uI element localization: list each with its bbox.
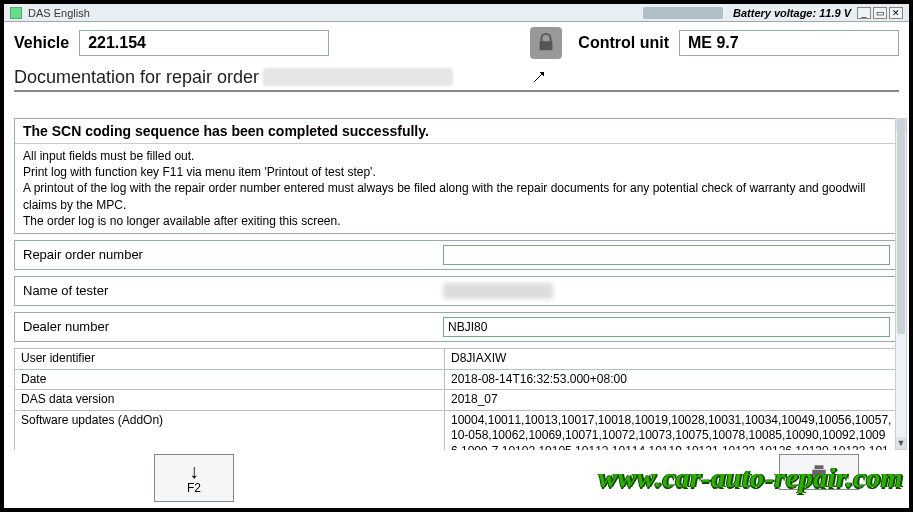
table-row: Date 2018-08-14T16:32:53.000+08:00 — [15, 369, 899, 390]
info-table: User identifier D8JIAXIW Date 2018-08-14… — [14, 348, 899, 450]
f2-button[interactable]: ↓ F2 — [154, 454, 234, 502]
battery-voltage-label: Battery voltage: 11.9 V — [733, 7, 851, 19]
redacted-order-number — [263, 68, 453, 86]
maximize-button[interactable]: ▭ — [873, 7, 887, 19]
status-line: The order log is no longer available aft… — [23, 213, 890, 229]
page-title-text: Documentation for repair order — [14, 67, 259, 88]
minimize-button[interactable]: _ — [857, 7, 871, 19]
page-title: Documentation for repair order — [14, 64, 899, 92]
context-strip: Vehicle 221.154 Control unit ME 9.7 — [4, 22, 909, 64]
status-heading: The SCN coding sequence has been complet… — [15, 119, 898, 144]
table-row: User identifier D8JIAXIW — [15, 348, 899, 369]
scrollbar[interactable]: ▲ ▼ — [895, 118, 907, 450]
control-unit-label: Control unit — [578, 34, 669, 52]
repair-order-row: Repair order number — [14, 240, 899, 270]
scroll-down-icon[interactable]: ▼ — [896, 437, 906, 449]
arrow-down-icon: ↓ — [189, 461, 199, 481]
user-id-value: D8JIAXIW — [445, 348, 899, 369]
tester-name-label: Name of tester — [23, 283, 443, 298]
das-version-value: 2018_07 — [445, 390, 899, 411]
app-icon — [10, 7, 22, 19]
header-image — [643, 7, 723, 19]
tester-name-value-redacted — [443, 283, 553, 299]
addon-label: Software updates (AddOn) — [15, 410, 445, 450]
repair-order-label: Repair order number — [23, 247, 443, 262]
status-line: Print log with function key F11 via menu… — [23, 164, 890, 180]
control-unit-value: ME 9.7 — [679, 30, 899, 56]
dealer-number-row: Dealer number — [14, 312, 899, 342]
addon-value: 10004,10011,10013,10017,10018,10019,1002… — [445, 410, 899, 450]
print-button[interactable] — [779, 454, 859, 490]
close-button[interactable]: ✕ — [889, 7, 903, 19]
repair-order-input[interactable] — [443, 245, 890, 265]
das-version-label: DAS data version — [15, 390, 445, 411]
status-body: All input fields must be filled out. Pri… — [15, 144, 898, 233]
user-id-label: User identifier — [15, 348, 445, 369]
date-value: 2018-08-14T16:32:53.000+08:00 — [445, 369, 899, 390]
dealer-number-input[interactable] — [443, 317, 890, 337]
status-line: All input fields must be filled out. — [23, 148, 890, 164]
app-title: DAS English — [28, 7, 90, 19]
table-row: Software updates (AddOn) 10004,10011,100… — [15, 410, 899, 450]
status-line: A printout of the log with the repair or… — [23, 180, 890, 212]
vehicle-label: Vehicle — [14, 34, 69, 52]
scroll-thumb[interactable] — [897, 119, 905, 334]
table-row: DAS data version 2018_07 — [15, 390, 899, 411]
window-titlebar: DAS English Battery voltage: 11.9 V _ ▭ … — [4, 4, 909, 22]
status-box: The SCN coding sequence has been complet… — [14, 118, 899, 234]
printer-icon — [808, 463, 830, 481]
date-label: Date — [15, 369, 445, 390]
f2-label: F2 — [187, 481, 201, 495]
lock-icon — [530, 27, 562, 59]
vehicle-value: 221.154 — [79, 30, 329, 56]
tester-name-row: Name of tester — [14, 276, 899, 306]
button-bar: ↓ F2 — [4, 452, 909, 508]
dealer-number-label: Dealer number — [23, 319, 443, 334]
